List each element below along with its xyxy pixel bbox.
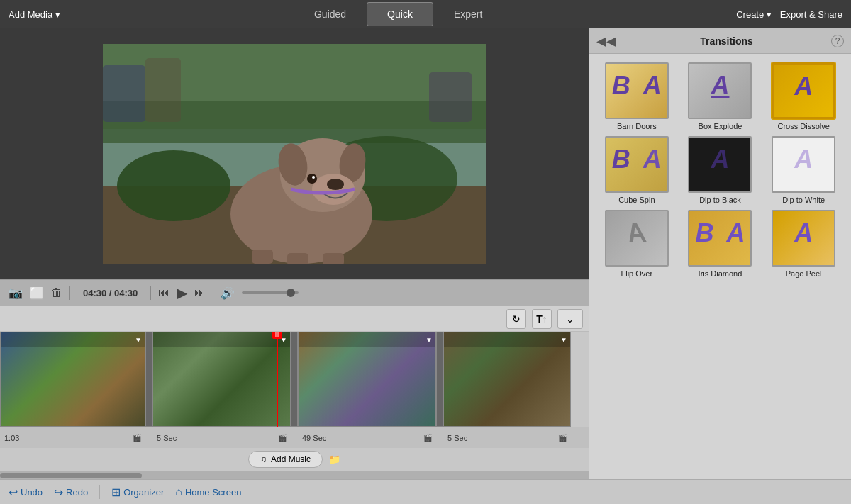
transition-thumb-dip-white: [772, 136, 835, 193]
create-button[interactable]: Create: [736, 9, 772, 20]
transitions-grid: Barn Doors Box Explode Cross Dissolve Cu…: [589, 54, 851, 286]
clip-2-label: 5 Sec 🎬: [152, 434, 291, 442]
redo-icon: ↪: [54, 486, 63, 499]
transition-thumb-box-explode: [688, 62, 752, 119]
add-media-label: Add Media: [9, 9, 52, 20]
transition-2[interactable]: [291, 332, 298, 427]
scroll-thumb[interactable]: [0, 473, 142, 478]
rewind-button[interactable]: ⏮: [158, 286, 169, 299]
export-share-button[interactable]: Export & Share: [780, 9, 842, 20]
clip-dropdown-4[interactable]: ▼: [560, 336, 567, 344]
separator2: [150, 286, 151, 300]
timeline-clip-2[interactable]: ▼: [152, 332, 291, 427]
separator3: [213, 286, 213, 300]
add-media-button[interactable]: Add Media ▾: [9, 9, 60, 20]
transition-page-peel[interactable]: Page Peel: [764, 210, 842, 278]
transition-label-dip-black: Dip to Black: [699, 196, 741, 204]
transport-controls: 📷 ⬜ 🗑 04:30 / 04:30 ⏮ ▶ ⏭ 🔊: [0, 279, 589, 306]
svg-rect-14: [252, 250, 273, 264]
clip-3-duration: 49 Sec: [302, 434, 326, 442]
timeline-tracks: ▼ ▼ ▼: [0, 332, 589, 427]
video-preview: [0, 28, 589, 279]
cam-icon-3: 🎬: [423, 434, 432, 442]
timeline-labels: 1:03 🎬 5 Sec 🎬 49 Sec 🎬 5 Sec 🎬: [0, 427, 589, 448]
svg-point-11: [327, 179, 344, 190]
clip-dropdown-1[interactable]: ▼: [135, 336, 142, 344]
organizer-button[interactable]: ⊞ Organizer: [111, 486, 164, 499]
timeline-clip-3[interactable]: ▼: [298, 332, 436, 427]
clip-1-label: 1:03 🎬: [0, 434, 145, 442]
home-screen-label: Home Screen: [185, 487, 241, 498]
transition-dip-black[interactable]: Dip to Black: [682, 136, 760, 204]
top-bar: Add Media ▾ Guided Quick Expert Create E…: [0, 0, 851, 28]
delete-icon[interactable]: 🗑: [51, 286, 62, 299]
organizer-label: Organizer: [123, 487, 164, 498]
timeline-toolbar: ↻ T↑ ⌄: [0, 306, 589, 332]
add-music-label: Add Music: [271, 454, 311, 464]
crop-icon[interactable]: ⬜: [30, 286, 44, 300]
tab-guided[interactable]: Guided: [294, 2, 367, 26]
timeline-scrollbar[interactable]: [0, 471, 589, 479]
home-icon: ⌂: [175, 486, 182, 498]
svg-point-12: [307, 174, 317, 184]
top-right-actions: Create Export & Share: [736, 9, 842, 20]
redo-button[interactable]: ↪ Redo: [54, 486, 88, 499]
playhead-handle[interactable]: [272, 332, 282, 339]
transition-label-cube-spin: Cube Spin: [618, 196, 655, 204]
transition-1[interactable]: [145, 332, 152, 427]
transition-cube-spin[interactable]: Cube Spin: [598, 136, 676, 204]
transition-thumb-cube-spin: [605, 136, 669, 193]
cam-icon-1: 🎬: [133, 434, 141, 442]
add-music-button[interactable]: ♫ Add Music: [248, 451, 323, 468]
tab-expert[interactable]: Expert: [433, 2, 503, 26]
svg-rect-16: [323, 253, 344, 264]
svg-rect-15: [287, 253, 308, 264]
play-button[interactable]: ▶: [177, 284, 187, 301]
transition-3[interactable]: [436, 332, 443, 427]
clip-header-1: ▼: [1, 332, 145, 347]
fast-forward-button[interactable]: ⏭: [194, 286, 206, 299]
left-panel: 📷 ⬜ 🗑 04:30 / 04:30 ⏮ ▶ ⏭ 🔊 ↻ T↑ ⌄: [0, 28, 589, 479]
options-dropdown[interactable]: ⌄: [557, 309, 583, 329]
organizer-icon: ⊞: [111, 486, 121, 499]
transition-box-explode[interactable]: Box Explode: [682, 62, 760, 130]
right-panel: ◀◀ Transitions ? Barn Doors Box Explode …: [589, 28, 851, 479]
snapshot-icon[interactable]: 📷: [9, 286, 23, 300]
add-media-dropdown-icon: ▾: [55, 9, 60, 20]
tab-quick[interactable]: Quick: [367, 2, 433, 26]
collapse-panel-button[interactable]: ◀◀: [596, 33, 616, 49]
transition-label-cross-dissolve: Cross Dissolve: [777, 122, 829, 130]
rotate-tool[interactable]: ↻: [506, 309, 526, 329]
clip-dropdown-3[interactable]: ▼: [425, 336, 433, 344]
cam-icon-2: 🎬: [278, 434, 287, 442]
transition-thumb-dip-black: [688, 136, 752, 193]
timecode-display: 04:30 / 04:30: [83, 288, 138, 298]
transition-thumb-page-peel: [772, 210, 835, 267]
transition-label-iris-diamond: Iris Diamond: [699, 269, 742, 278]
transition-flip-over[interactable]: Flip Over: [598, 210, 676, 278]
transition-barn-doors[interactable]: Barn Doors: [598, 62, 676, 130]
text-tool[interactable]: T↑: [532, 309, 552, 329]
clip-3-label: 49 Sec 🎬: [298, 434, 436, 442]
undo-button[interactable]: ↩ Undo: [9, 486, 43, 499]
transition-label-barn-doors: Barn Doors: [617, 122, 657, 130]
svg-point-13: [312, 176, 315, 179]
playhead[interactable]: [277, 332, 278, 427]
clip-1-duration: 1:03: [4, 434, 19, 442]
help-button[interactable]: ?: [831, 35, 844, 47]
main-area: 📷 ⬜ 🗑 04:30 / 04:30 ⏮ ▶ ⏭ 🔊 ↻ T↑ ⌄: [0, 28, 851, 479]
transition-iris-diamond[interactable]: Iris Diamond: [682, 210, 760, 278]
folder-icon[interactable]: 📁: [328, 454, 340, 465]
transition-cross-dissolve[interactable]: Cross Dissolve: [764, 62, 842, 130]
timeline-clip-1[interactable]: ▼: [0, 332, 145, 427]
transition-label-flip-over: Flip Over: [621, 269, 653, 278]
timeline-clip-4[interactable]: ▼: [443, 332, 571, 427]
transition-thumb-barn-doors: [605, 62, 669, 119]
music-note-icon: ♫: [260, 454, 267, 464]
volume-slider[interactable]: [242, 291, 299, 294]
home-screen-button[interactable]: ⌂ Home Screen: [175, 486, 241, 498]
transition-dip-white[interactable]: Dip to White: [764, 136, 842, 204]
transition-label-box-explode: Box Explode: [699, 122, 742, 130]
add-music-bar: ♫ Add Music 📁: [0, 448, 589, 471]
svg-rect-19: [429, 72, 472, 122]
